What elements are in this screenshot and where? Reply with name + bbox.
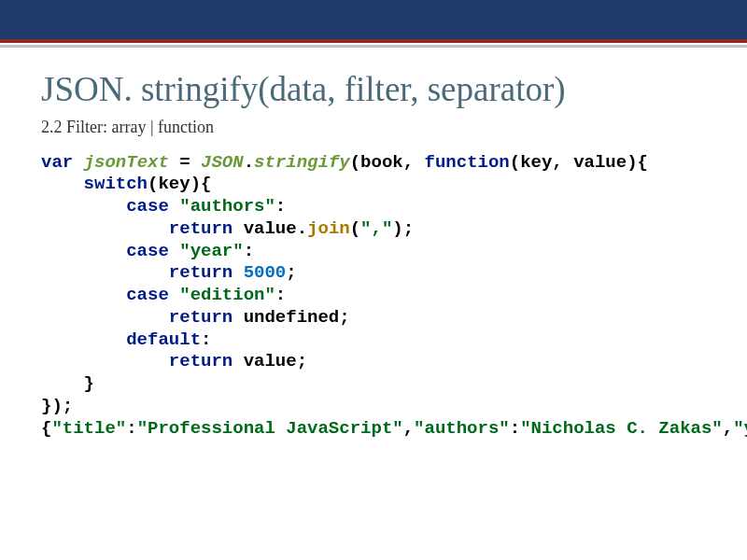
sp	[233, 262, 243, 283]
header-navy-bar	[0, 0, 747, 39]
colon: :	[201, 329, 211, 350]
args-open: (book,	[350, 152, 425, 173]
str-authors: "authors"	[179, 196, 275, 217]
colon: :	[275, 285, 286, 305]
value: value;	[233, 351, 307, 371]
semi: ;	[286, 262, 296, 283]
indent	[41, 285, 126, 305]
colon: :	[126, 418, 136, 439]
header-red-stripe	[0, 39, 747, 43]
colon: :	[510, 418, 520, 439]
dot: .	[244, 152, 254, 173]
kw-function: function	[425, 152, 510, 173]
str-comma: ","	[360, 218, 392, 239]
cls-json: JSON	[201, 152, 244, 173]
num-5000: 5000	[244, 262, 287, 283]
func-sig: (key, value){	[510, 152, 648, 173]
indent	[41, 351, 169, 371]
indent	[41, 218, 169, 239]
slide-content: JSON. stringify(data, filter, separator)…	[0, 48, 747, 440]
kw-return: return	[169, 262, 233, 283]
kw-case: case	[126, 241, 169, 261]
kw-return: return	[169, 307, 233, 328]
code-block: var jsonText = JSON.stringify(book, func…	[41, 152, 706, 441]
kw-case: case	[126, 285, 169, 305]
kw-switch: switch	[84, 174, 148, 194]
indent	[41, 241, 126, 261]
colon: :	[275, 196, 286, 217]
kw-return: return	[169, 351, 233, 371]
slide-title: JSON. stringify(data, filter, separator)	[41, 70, 706, 110]
sp	[169, 241, 179, 261]
value-dot: value.	[233, 218, 307, 239]
stmt-close: });	[41, 396, 73, 416]
kw-default: default	[126, 329, 201, 350]
kw-var: var	[41, 152, 73, 173]
comma: ,	[403, 418, 414, 439]
sp	[169, 196, 179, 217]
brace-close: }	[41, 373, 94, 394]
switch-rest: (key){	[148, 174, 211, 194]
out-val-title: "Professional JavaScript"	[137, 418, 403, 439]
comma: ,	[723, 418, 733, 439]
indent	[41, 174, 84, 194]
str-edition: "edition"	[179, 285, 275, 305]
undefined: undefined;	[233, 307, 349, 328]
out-key-authors: "authors"	[414, 418, 510, 439]
method-join: join	[307, 218, 350, 239]
ident-jsonText: jsonText	[84, 152, 169, 173]
paren-close: );	[392, 218, 414, 239]
str-year: "year"	[179, 241, 243, 261]
slide-subtitle: 2.2 Filter: array | function	[41, 118, 706, 137]
eq: =	[169, 152, 201, 173]
kw-case: case	[126, 196, 169, 217]
out-open: {	[41, 418, 51, 439]
out-key-year: "year"	[733, 418, 747, 439]
sp	[169, 285, 179, 305]
indent	[41, 196, 126, 217]
indent	[41, 262, 169, 283]
indent	[41, 329, 126, 350]
indent	[41, 307, 169, 328]
method-stringify: stringify	[254, 152, 350, 173]
out-key-title: "title"	[51, 418, 126, 439]
out-val-authors: "Nicholas C. Zakas"	[520, 418, 723, 439]
paren-open: (	[350, 218, 360, 239]
colon: :	[244, 241, 254, 261]
kw-return: return	[169, 218, 233, 239]
